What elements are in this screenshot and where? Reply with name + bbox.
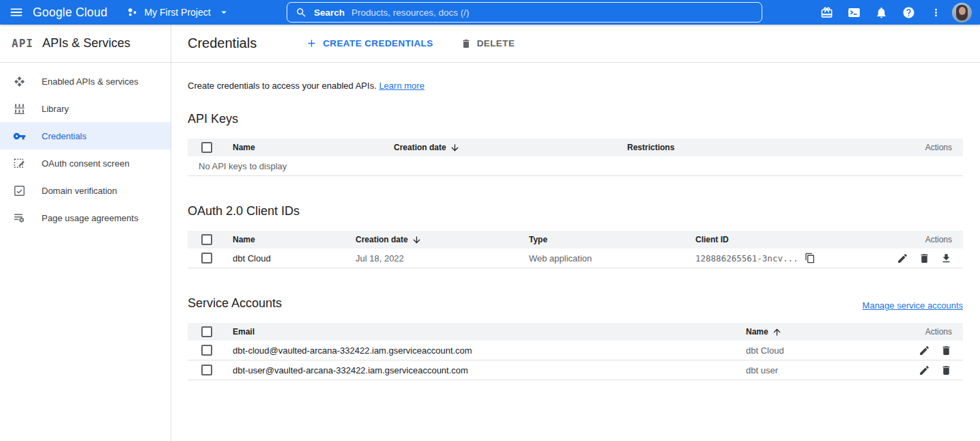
column-header-creation-date[interactable]: Creation date	[356, 235, 529, 245]
top-app-bar: Google Cloud My First Project Search Pro…	[0, 0, 980, 25]
more-vert-icon[interactable]	[922, 0, 949, 25]
gift-icon[interactable]	[813, 0, 840, 25]
api-keys-empty-message: No API keys to display	[188, 156, 963, 176]
delete-button[interactable]: DELETE	[455, 34, 521, 53]
search-icon	[296, 7, 307, 18]
search-label: Search	[314, 8, 345, 18]
copy-icon[interactable]	[805, 253, 816, 264]
plus-icon	[306, 38, 317, 49]
product-header: API APIs & Services	[0, 25, 171, 62]
column-header-restrictions[interactable]: Restrictions	[627, 143, 902, 152]
sidebar-item-label: Credentials	[42, 131, 87, 141]
oauth-creation-date: Jul 18, 2022	[356, 253, 529, 264]
sidebar: Enabled APIs & services Library Credenti…	[0, 63, 171, 441]
sidebar-item-label: Enabled APIs & services	[42, 76, 139, 87]
page-title: Credentials	[188, 35, 257, 51]
api-keys-header-row: Name Creation date Restrictions Actions	[188, 139, 963, 156]
sidebar-item-enabled-apis[interactable]: Enabled APIs & services	[0, 68, 171, 95]
oauth-client-name: dbt Cloud	[233, 253, 356, 264]
edit-icon[interactable]	[919, 365, 930, 376]
notifications-icon[interactable]	[867, 0, 895, 25]
column-header-actions: Actions	[888, 235, 963, 244]
chevron-down-icon	[218, 6, 230, 18]
help-icon[interactable]	[895, 0, 922, 25]
column-header-type[interactable]: Type	[529, 235, 695, 244]
project-switcher[interactable]: My First Project	[126, 6, 229, 18]
enabled-apis-icon	[13, 75, 26, 88]
api-keys-table: Name Creation date Restrictions Actions …	[188, 139, 963, 176]
avatar[interactable]	[952, 3, 972, 23]
table-row: dbt-cloud@vaulted-arcana-332422.iam.gser…	[188, 341, 963, 360]
column-header-client-id[interactable]: Client ID	[695, 235, 888, 244]
oauth-consent-icon	[13, 157, 26, 170]
row-actions	[888, 365, 963, 376]
domain-verification-icon	[13, 184, 26, 197]
key-icon	[13, 130, 26, 143]
sidebar-item-label: Library	[42, 104, 69, 114]
service-accounts-title: Service Accounts	[188, 296, 282, 311]
library-icon	[13, 102, 26, 115]
client-id-value: 128886265561-3ncv...	[695, 253, 798, 264]
menu-icon[interactable]	[0, 0, 33, 25]
product-title: APIs & Services	[42, 36, 130, 51]
oauth-client-id-cell: 128886265561-3ncv...	[695, 253, 888, 264]
service-account-name: dbt Cloud	[746, 345, 888, 356]
oauth-type: Web application	[529, 253, 695, 264]
column-header-name[interactable]: Name	[233, 235, 356, 244]
row-actions	[888, 345, 963, 356]
column-header-actions: Actions	[902, 143, 963, 152]
select-all-checkbox[interactable]	[201, 234, 212, 245]
main-content: Create credentials to access your enable…	[171, 63, 980, 441]
select-all-checkbox[interactable]	[201, 326, 212, 337]
cloud-shell-icon[interactable]	[840, 0, 867, 25]
project-icon	[126, 6, 139, 18]
learn-more-link[interactable]: Learn more	[379, 81, 424, 91]
row-checkbox[interactable]	[201, 253, 212, 264]
edit-icon[interactable]	[919, 345, 930, 356]
oauth-title: OAuth 2.0 Client IDs	[188, 204, 963, 218]
sort-down-icon	[450, 143, 460, 153]
project-name: My First Project	[144, 7, 210, 18]
sidebar-item-domain-verification[interactable]: Domain verification	[0, 177, 171, 204]
api-product-icon: API	[12, 37, 33, 50]
sidebar-item-label: Domain verification	[42, 186, 117, 196]
edit-icon[interactable]	[897, 253, 908, 264]
service-account-email: dbt-cloud@vaulted-arcana-332422.iam.gser…	[233, 345, 746, 356]
service-accounts-header-row: Email Name Actions	[188, 323, 963, 341]
search-placeholder: Products, resources, docs (/)	[351, 8, 470, 18]
delete-icon[interactable]	[940, 345, 952, 356]
sidebar-item-credentials[interactable]: Credentials	[0, 122, 171, 150]
google-cloud-logo[interactable]: Google Cloud	[33, 5, 107, 20]
table-row: dbt-user@vaulted-arcana-332422.iam.gserv…	[188, 360, 963, 380]
oauth-header-row: Name Creation date Type Client ID Action…	[188, 231, 963, 248]
column-header-email[interactable]: Email	[233, 327, 746, 337]
service-accounts-table: Email Name Actions dbt-cloud@vaulted-arc…	[188, 323, 963, 380]
sort-down-icon	[412, 235, 422, 245]
search-input[interactable]: Search Products, resources, docs (/)	[287, 2, 762, 23]
page-usage-agreements-icon	[13, 212, 26, 225]
api-keys-title: API Keys	[188, 112, 963, 126]
column-header-name[interactable]: Name	[746, 327, 888, 337]
sidebar-item-oauth-consent[interactable]: OAuth consent screen	[0, 150, 171, 177]
row-checkbox[interactable]	[201, 345, 212, 356]
select-all-checkbox[interactable]	[201, 142, 212, 153]
create-credentials-button[interactable]: CREATE CREDENTIALS	[300, 33, 438, 53]
sidebar-item-page-usage[interactable]: Page usage agreements	[0, 204, 171, 231]
page-header: API APIs & Services Credentials CREATE C…	[0, 25, 980, 63]
sidebar-item-label: OAuth consent screen	[42, 158, 130, 169]
download-icon[interactable]	[940, 253, 952, 264]
delete-icon[interactable]	[940, 365, 952, 376]
sidebar-item-label: Page usage agreements	[42, 213, 139, 223]
service-account-name: dbt user	[746, 365, 888, 375]
column-header-actions: Actions	[888, 327, 963, 337]
sort-up-icon	[772, 327, 782, 337]
topbar-actions	[813, 0, 976, 25]
column-header-name[interactable]: Name	[233, 143, 394, 152]
column-header-creation-date[interactable]: Creation date	[394, 143, 627, 153]
sidebar-item-library[interactable]: Library	[0, 95, 171, 122]
trash-icon	[461, 38, 472, 49]
row-checkbox[interactable]	[201, 365, 212, 375]
delete-icon[interactable]	[919, 253, 930, 264]
table-row: dbt Cloud Jul 18, 2022 Web application 1…	[188, 248, 963, 268]
manage-service-accounts-link[interactable]: Manage service accounts	[863, 300, 963, 311]
